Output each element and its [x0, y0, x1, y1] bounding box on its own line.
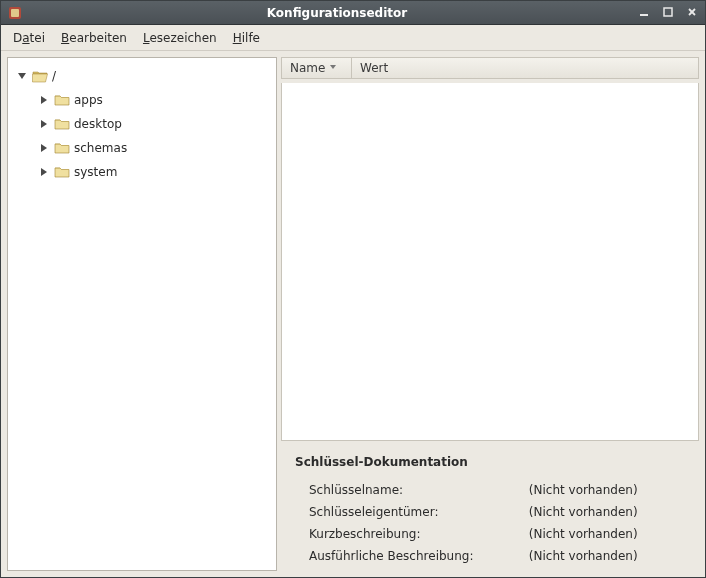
- list-body[interactable]: [281, 83, 699, 441]
- svg-rect-2: [640, 14, 648, 16]
- svg-rect-1: [11, 9, 19, 17]
- svg-marker-6: [18, 73, 26, 79]
- svg-rect-3: [664, 8, 672, 16]
- doc-label: Schlüsseleigentümer:: [309, 505, 523, 519]
- folder-icon: [54, 93, 70, 107]
- menu-edit[interactable]: Bearbeiten: [55, 28, 133, 48]
- column-label: Name: [290, 61, 325, 75]
- app-icon: [7, 5, 23, 21]
- expander-right-icon[interactable]: [38, 166, 50, 178]
- expander-right-icon[interactable]: [38, 142, 50, 154]
- expander-down-icon[interactable]: [16, 70, 28, 82]
- column-name[interactable]: Name: [282, 58, 352, 78]
- expander-right-icon[interactable]: [38, 118, 50, 130]
- menu-bookmarks[interactable]: Lesezeichen: [137, 28, 223, 48]
- doc-value: (Nicht vorhanden): [529, 527, 687, 541]
- window-title: Konfigurationseditor: [29, 6, 705, 20]
- doc-value: (Nicht vorhanden): [529, 549, 687, 563]
- window-controls: [635, 4, 701, 20]
- doc-label: Ausführliche Beschreibung:: [309, 549, 523, 563]
- tree-label: system: [74, 165, 117, 179]
- svg-marker-9: [41, 144, 47, 152]
- key-doc-panel: Schlüssel-Dokumentation Schlüsselname:(N…: [281, 445, 699, 571]
- tree: / appsdesktopschemassystem: [12, 64, 272, 184]
- tree-item[interactable]: desktop: [34, 112, 272, 136]
- svg-marker-8: [41, 120, 47, 128]
- tree-pane[interactable]: / appsdesktopschemassystem: [7, 57, 277, 571]
- folder-icon: [54, 141, 70, 155]
- tree-root[interactable]: /: [12, 64, 272, 88]
- maximize-button[interactable]: [659, 4, 677, 20]
- column-label: Wert: [360, 61, 388, 75]
- doc-value: (Nicht vorhanden): [529, 483, 687, 497]
- tree-label: schemas: [74, 141, 127, 155]
- right-pane: Name Wert Schlüssel-Dokumentation Schlüs…: [281, 57, 699, 571]
- titlebar[interactable]: Konfigurationseditor: [1, 1, 705, 25]
- close-button[interactable]: [683, 4, 701, 20]
- menu-help[interactable]: Hilfe: [227, 28, 266, 48]
- application-window: Konfigurationseditor Datei Bearbeiten Le…: [0, 0, 706, 578]
- tree-item[interactable]: system: [34, 160, 272, 184]
- sort-indicator-icon: [329, 63, 337, 73]
- client-area: / appsdesktopschemassystem Name Wert: [1, 51, 705, 577]
- doc-table: Schlüsselname:(Nicht vorhanden)Schlüssel…: [309, 483, 687, 563]
- folder-icon: [54, 165, 70, 179]
- expander-right-icon[interactable]: [38, 94, 50, 106]
- tree-item[interactable]: schemas: [34, 136, 272, 160]
- menu-file[interactable]: Datei: [7, 28, 51, 48]
- doc-label: Kurzbeschreibung:: [309, 527, 523, 541]
- tree-item[interactable]: apps: [34, 88, 272, 112]
- folder-icon: [54, 117, 70, 131]
- column-value[interactable]: Wert: [352, 58, 698, 78]
- tree-label: apps: [74, 93, 103, 107]
- svg-marker-10: [41, 168, 47, 176]
- doc-label: Schlüsselname:: [309, 483, 523, 497]
- tree-label: /: [52, 69, 56, 83]
- menubar: Datei Bearbeiten Lesezeichen Hilfe: [1, 25, 705, 51]
- svg-marker-11: [330, 65, 336, 69]
- doc-heading: Schlüssel-Dokumentation: [295, 455, 687, 469]
- svg-marker-7: [41, 96, 47, 104]
- folder-open-icon: [32, 69, 48, 83]
- doc-value: (Nicht vorhanden): [529, 505, 687, 519]
- tree-label: desktop: [74, 117, 122, 131]
- minimize-button[interactable]: [635, 4, 653, 20]
- list-header: Name Wert: [281, 57, 699, 79]
